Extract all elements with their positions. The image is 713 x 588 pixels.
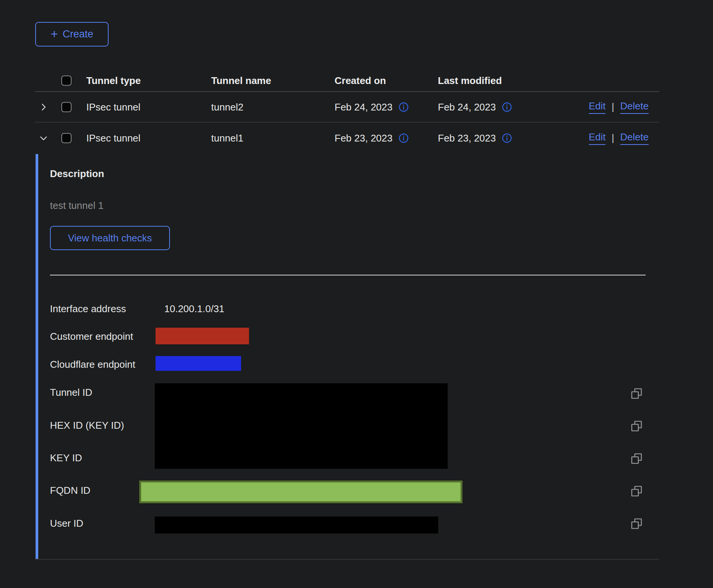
last-modified-cell: Feb 24, 2023 xyxy=(438,101,496,113)
hex-id-label: HEX ID (KEY ID) xyxy=(50,420,124,431)
copy-icon[interactable] xyxy=(630,419,643,433)
tunnels-page: + Create Tunnel type Tunnel name Created… xyxy=(0,0,713,588)
created-on-cell: Feb 23, 2023 xyxy=(335,132,392,144)
tunnel-name-cell: tunnel1 xyxy=(211,132,243,144)
tunnels-table: Tunnel type Tunnel name Created on Last … xyxy=(35,70,659,153)
chevron-down-icon[interactable] xyxy=(37,132,50,145)
action-separator: | xyxy=(612,132,614,143)
plus-icon: + xyxy=(51,27,58,40)
customer-endpoint-redacted-value xyxy=(156,328,249,344)
view-health-checks-button[interactable]: View health checks xyxy=(50,226,170,250)
user-id-redacted-value xyxy=(155,516,438,534)
cloudflare-endpoint-redacted-value xyxy=(156,356,241,371)
interface-address-label: Interface address xyxy=(50,303,126,315)
section-divider xyxy=(50,275,646,275)
delete-link[interactable]: Delete xyxy=(620,131,649,145)
edit-link[interactable]: Edit xyxy=(589,131,606,145)
info-icon[interactable] xyxy=(502,133,512,143)
delete-link[interactable]: Delete xyxy=(620,100,649,114)
user-id-label: User ID xyxy=(50,518,83,529)
tunnel-type-cell: IPsec tunnel xyxy=(86,132,140,144)
create-button-label: Create xyxy=(62,28,93,40)
fqdn-id-label: FQDN ID xyxy=(50,485,90,496)
col-header-tunnel-name: Tunnel name xyxy=(211,75,271,87)
col-header-tunnel-type: Tunnel type xyxy=(86,75,141,87)
ids-redacted-value xyxy=(155,383,448,469)
info-icon[interactable] xyxy=(399,133,409,143)
last-modified-cell: Feb 23, 2023 xyxy=(438,132,496,144)
chevron-right-icon[interactable] xyxy=(37,101,50,114)
panel-bottom-divider xyxy=(35,559,659,560)
col-header-last-modified: Last modified xyxy=(438,75,502,87)
table-row: IPsec tunnel tunnel2 Feb 24, 2023 Feb 24… xyxy=(35,92,659,123)
table-row: IPsec tunnel tunnel1 Feb 23, 2023 Feb 23… xyxy=(35,123,659,153)
select-all-checkbox[interactable] xyxy=(61,76,72,86)
description-value: test tunnel 1 xyxy=(50,200,104,212)
tunnel-name-cell: tunnel2 xyxy=(211,101,243,113)
edit-link[interactable]: Edit xyxy=(589,100,606,114)
customer-endpoint-label: Customer endpoint xyxy=(50,331,133,342)
copy-icon[interactable] xyxy=(630,452,643,465)
col-header-created-on: Created on xyxy=(335,75,386,87)
description-label: Description xyxy=(50,168,104,180)
row-checkbox[interactable] xyxy=(61,102,72,112)
action-separator: | xyxy=(612,101,614,112)
key-id-label: KEY ID xyxy=(50,452,82,464)
table-header-row: Tunnel type Tunnel name Created on Last … xyxy=(35,70,659,92)
row-checkbox[interactable] xyxy=(61,133,72,143)
info-icon[interactable] xyxy=(502,102,512,112)
create-button[interactable]: + Create xyxy=(35,22,109,47)
interface-address-value: 10.200.1.0/31 xyxy=(164,303,224,315)
tunnel-type-cell: IPsec tunnel xyxy=(86,101,140,113)
copy-icon[interactable] xyxy=(630,517,643,530)
cloudflare-endpoint-label: Cloudflare endpoint xyxy=(50,359,135,370)
expanded-row-indicator-bar xyxy=(36,154,38,559)
copy-icon[interactable] xyxy=(630,484,643,498)
fqdn-id-redacted-value xyxy=(139,481,462,503)
info-icon[interactable] xyxy=(399,102,409,112)
copy-icon[interactable] xyxy=(630,387,643,400)
created-on-cell: Feb 24, 2023 xyxy=(335,101,392,113)
tunnel-id-label: Tunnel ID xyxy=(50,387,92,398)
